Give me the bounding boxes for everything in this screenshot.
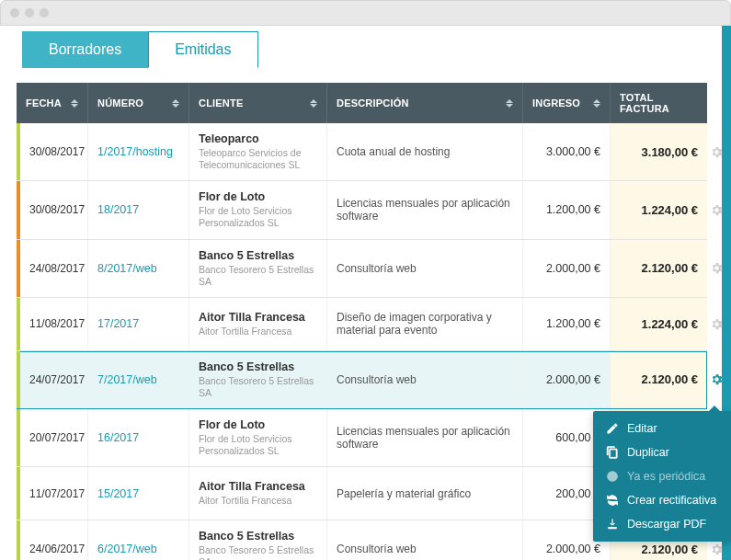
cell-fecha: 11/07/2017 xyxy=(17,467,88,520)
invoice-link[interactable]: 8/2017/web xyxy=(97,262,179,275)
cell-total: 1.224,00 € xyxy=(611,181,707,238)
gear-icon[interactable] xyxy=(710,317,724,331)
gear-icon[interactable] xyxy=(710,543,724,556)
row-actions xyxy=(707,351,725,408)
cell-cliente: TeleoparcoTeleoparco Servicios de Teleco… xyxy=(189,123,327,180)
menu-descargar[interactable]: Descargar PDF xyxy=(593,512,731,536)
client-sub: Aitor Tortilla Francesa xyxy=(199,495,317,507)
cell-numero: 1/2017/hosting xyxy=(88,123,189,180)
th-total: TOTAL FACTURA xyxy=(611,83,707,123)
invoice-link[interactable]: 18/2017 xyxy=(97,203,179,216)
table-row[interactable]: 24/08/20178/2017/webBanco 5 EstrellasBan… xyxy=(17,240,707,298)
menu-duplicar[interactable]: Duplicar xyxy=(593,440,731,464)
menu-label: Crear rectificativa xyxy=(627,494,716,507)
cell-fecha: 30/08/2017 xyxy=(17,181,88,238)
cell-cliente: Flor de LotoFlor de Loto Servicios Perso… xyxy=(189,181,327,238)
client-name: Aitor Tilla Francesa xyxy=(199,311,317,324)
cell-cliente: Banco 5 EstrellasBanco Tesorero 5 Estrel… xyxy=(189,520,327,560)
invoice-table: FECHA NÚMERO CLIENTE DESCRIPCIÓN INGRESO… xyxy=(17,83,707,560)
cell-cliente: Aitor Tilla FrancesaAitor Tortilla Franc… xyxy=(189,467,327,520)
menu-label: Descargar PDF xyxy=(627,518,706,531)
sort-icon xyxy=(593,99,600,108)
page: Borradores Emitidas FECHA NÚMERO CLIENTE… xyxy=(0,26,731,560)
gear-icon[interactable] xyxy=(710,261,724,275)
table-row[interactable]: 11/08/201717/2017Aitor Tilla FrancesaAit… xyxy=(17,298,707,351)
cell-descripcion: Papelería y material gráfico xyxy=(327,467,523,520)
menu-editar[interactable]: Editar xyxy=(593,417,731,440)
th-cliente[interactable]: CLIENTE xyxy=(189,83,327,123)
menu-label: Editar xyxy=(627,422,657,435)
sort-icon xyxy=(310,99,317,108)
th-label: TOTAL FACTURA xyxy=(620,92,698,114)
th-numero[interactable]: NÚMERO xyxy=(88,83,189,123)
invoice-link[interactable]: 7/2017/web xyxy=(97,373,179,386)
cell-fecha: 20/07/2017 xyxy=(17,409,88,466)
gear-icon[interactable] xyxy=(710,372,724,386)
cell-ingreso: 1.200,00 € xyxy=(523,298,611,350)
table-header: FECHA NÚMERO CLIENTE DESCRIPCIÓN INGRESO… xyxy=(17,83,707,123)
invoice-link[interactable]: 16/2017 xyxy=(97,431,179,444)
row-stripe xyxy=(17,181,20,238)
client-sub: Aitor Tortilla Francesa xyxy=(199,326,317,337)
row-actions xyxy=(707,181,725,238)
th-label: NÚMERO xyxy=(97,97,143,109)
sort-icon xyxy=(506,99,513,108)
row-stripe xyxy=(17,467,20,520)
invoice-link[interactable]: 6/2017/web xyxy=(97,543,179,555)
menu-label: Ya es periódica xyxy=(627,470,705,483)
cell-fecha: 30/08/2017 xyxy=(17,123,88,180)
client-name: Flor de Loto xyxy=(199,190,317,203)
cell-ingreso: 3.000,00 € xyxy=(523,123,611,180)
client-name: Teleoparco xyxy=(199,132,317,145)
window-dot xyxy=(10,8,19,17)
cell-cliente: Flor de LotoFlor de Loto Servicios Perso… xyxy=(189,409,327,466)
row-actions xyxy=(707,240,725,297)
window-dot xyxy=(25,8,34,17)
download-icon xyxy=(606,518,619,531)
window-dot xyxy=(40,8,49,17)
gear-icon[interactable] xyxy=(710,203,724,217)
cell-descripcion: Diseño de imagen corporativa y material … xyxy=(327,298,523,350)
invoice-link[interactable]: 17/2017 xyxy=(97,317,179,330)
cell-fecha: 11/08/2017 xyxy=(17,298,88,350)
tabs: Borradores Emitidas xyxy=(22,31,731,68)
tab-borradores[interactable]: Borradores xyxy=(22,31,148,68)
th-descripcion[interactable]: DESCRIPCIÓN xyxy=(327,83,523,123)
row-stripe xyxy=(17,123,20,180)
cell-numero: 15/2017 xyxy=(88,467,189,520)
client-sub: Teleoparco Servicios de Telecomunicacion… xyxy=(199,147,317,171)
cell-descripcion: Consultoría web xyxy=(327,240,523,297)
row-stripe xyxy=(17,298,20,350)
cell-fecha: 24/06/2017 xyxy=(17,520,88,560)
client-name: Flor de Loto xyxy=(199,418,317,431)
row-stripe xyxy=(17,409,20,466)
menu-rectificativa[interactable]: Crear rectificativa xyxy=(593,488,731,512)
invoice-link[interactable]: 15/2017 xyxy=(97,487,179,500)
cell-total: 2.120,00 € xyxy=(611,240,707,297)
cell-cliente: Banco 5 EstrellasBanco Tesorero 5 Estrel… xyxy=(189,240,327,297)
table-row[interactable]: 30/08/201718/2017Flor de LotoFlor de Lot… xyxy=(17,181,707,239)
gear-icon[interactable] xyxy=(710,145,724,159)
row-stripe xyxy=(17,351,20,408)
cell-cliente: Banco 5 EstrellasBanco Tesorero 5 Estrel… xyxy=(189,351,327,408)
client-sub: Flor de Loto Servicios Personalizados SL xyxy=(199,433,317,457)
cell-descripcion: Licencias mensuales por aplicación softw… xyxy=(327,409,523,466)
invoice-link[interactable]: 1/2017/hosting xyxy=(97,145,179,158)
th-label: FECHA xyxy=(26,97,62,109)
client-name: Aitor Tilla Francesa xyxy=(199,480,317,493)
sort-icon xyxy=(172,99,179,108)
th-ingreso[interactable]: INGRESO xyxy=(523,83,611,123)
table-row[interactable]: 30/08/20171/2017/hostingTeleoparcoTeleop… xyxy=(17,123,707,181)
cell-numero: 6/2017/web xyxy=(88,520,189,560)
refresh-icon xyxy=(606,494,619,507)
cell-descripcion: Licencias mensuales por aplicación softw… xyxy=(327,181,523,238)
cell-total: 2.120,00 € xyxy=(611,351,707,408)
table-row[interactable]: 24/07/20177/2017/webBanco 5 EstrellasBan… xyxy=(17,351,707,409)
row-actions-menu: Editar Duplicar Ya es periódica Crear re… xyxy=(593,411,731,542)
duplicate-icon xyxy=(606,446,619,459)
cell-numero: 18/2017 xyxy=(88,181,189,238)
tab-emitidas[interactable]: Emitidas xyxy=(148,31,257,68)
cell-total: 3.180,00 € xyxy=(611,123,707,180)
th-fecha[interactable]: FECHA xyxy=(17,83,88,123)
row-actions xyxy=(707,123,725,180)
